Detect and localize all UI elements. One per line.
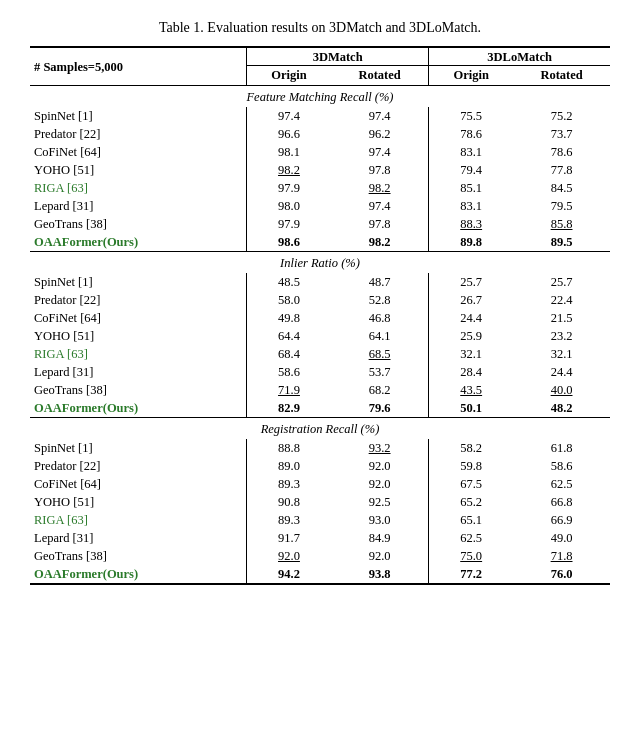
method-name: SpinNet [1]	[30, 273, 247, 291]
3dloMatch-rotated-value: 89.5	[513, 233, 610, 252]
table-row: SpinNet [1]97.497.475.575.2	[30, 107, 610, 125]
3dloMatch-origin-value: 24.4	[429, 309, 513, 327]
results-table: # Samples=5,000 3DMatch 3DLoMatch Origin…	[30, 46, 610, 585]
3dloMatch-rotated-value: 78.6	[513, 143, 610, 161]
3dloMatch-origin-value: 28.4	[429, 363, 513, 381]
3dloMatch-rotated-value: 22.4	[513, 291, 610, 309]
3dloMatch-rotated-value: 73.7	[513, 125, 610, 143]
3dloMatch-rotated-value: 32.1	[513, 345, 610, 363]
table-row: GeoTrans [38]92.092.075.071.8	[30, 547, 610, 565]
method-name: Lepard [31]	[30, 529, 247, 547]
3dmatch-rotated-value: 98.2	[331, 233, 429, 252]
3dloMatch-rotated-value: 49.0	[513, 529, 610, 547]
3dmatch-rotated-value: 93.0	[331, 511, 429, 529]
section-header-cell: Registration Recall (%)	[30, 418, 610, 440]
table-row: CoFiNet [64]49.846.824.421.5	[30, 309, 610, 327]
3dmatch-origin-value: 92.0	[247, 547, 331, 565]
method-name: Predator [22]	[30, 291, 247, 309]
3dmatch-rotated-value: 92.5	[331, 493, 429, 511]
3dloMatch-origin-value: 75.0	[429, 547, 513, 565]
method-name: OAAFormer(Ours)	[30, 399, 247, 418]
3dloMatch-origin-value: 26.7	[429, 291, 513, 309]
3dmatch-origin-value: 98.0	[247, 197, 331, 215]
3dmatch-origin-value: 98.1	[247, 143, 331, 161]
3dloMatch-origin-value: 25.9	[429, 327, 513, 345]
3dloMatch-origin-value: 43.5	[429, 381, 513, 399]
method-name: RIGA [63]	[30, 511, 247, 529]
table-row: Predator [22]58.052.826.722.4	[30, 291, 610, 309]
3dmatch-origin-value: 88.8	[247, 439, 331, 457]
3dmatch-rotated-value: 97.4	[331, 143, 429, 161]
method-name: SpinNet [1]	[30, 107, 247, 125]
3dmatch-origin-value: 71.9	[247, 381, 331, 399]
3dmatch-origin-value: 90.8	[247, 493, 331, 511]
3dloMatch-origin-value: 25.7	[429, 273, 513, 291]
method-name: Lepard [31]	[30, 363, 247, 381]
3dloMatch-rotated-value: 23.2	[513, 327, 610, 345]
section-header-row: Registration Recall (%)	[30, 418, 610, 440]
3dloMatch-rotated-value: 24.4	[513, 363, 610, 381]
3dloMatch-rotated-value: 25.7	[513, 273, 610, 291]
table-row: Predator [22]96.696.278.673.7	[30, 125, 610, 143]
method-name: YOHO [51]	[30, 327, 247, 345]
3dloMatch-origin-value: 77.2	[429, 565, 513, 584]
table-row: OAAFormer(Ours)94.293.877.276.0	[30, 565, 610, 584]
3dmatch-origin-value: 98.2	[247, 161, 331, 179]
method-name: Predator [22]	[30, 457, 247, 475]
section-header-row: Inlier Ratio (%)	[30, 252, 610, 274]
3dloMatch-rotated-header: Rotated	[513, 66, 610, 86]
3dloMatch-rotated-value: 77.8	[513, 161, 610, 179]
3dloMatch-origin-value: 75.5	[429, 107, 513, 125]
samples-header: # Samples=5,000	[30, 47, 247, 86]
3dloMatch-origin-value: 62.5	[429, 529, 513, 547]
3dloMatch-origin-value: 65.2	[429, 493, 513, 511]
3dloMatch-origin-value: 65.1	[429, 511, 513, 529]
3dmatch-origin-value: 82.9	[247, 399, 331, 418]
3dmatch-rotated-value: 52.8	[331, 291, 429, 309]
3dmatch-origin-value: 58.0	[247, 291, 331, 309]
3dmatch-rotated-value: 68.2	[331, 381, 429, 399]
3dloMatch-rotated-value: 48.2	[513, 399, 610, 418]
table-row: RIGA [63]97.998.285.184.5	[30, 179, 610, 197]
3dmatch-origin-value: 48.5	[247, 273, 331, 291]
method-name: CoFiNet [64]	[30, 143, 247, 161]
3dmatch-rotated-value: 98.2	[331, 179, 429, 197]
section-header-row: Feature Matching Recall (%)	[30, 86, 610, 108]
3dmatch-rotated-value: 97.4	[331, 197, 429, 215]
3dmatch-rotated-value: 92.0	[331, 457, 429, 475]
3dmatch-rotated-header: Rotated	[331, 66, 429, 86]
table-row: GeoTrans [38]97.997.888.385.8	[30, 215, 610, 233]
3dloMatch-rotated-value: 85.8	[513, 215, 610, 233]
section-header-cell: Inlier Ratio (%)	[30, 252, 610, 274]
3dmatch-rotated-value: 93.2	[331, 439, 429, 457]
3dmatch-origin-value: 97.9	[247, 179, 331, 197]
group-header-row: # Samples=5,000 3DMatch 3DLoMatch	[30, 47, 610, 66]
3dloMatch-rotated-value: 84.5	[513, 179, 610, 197]
3dmatch-header: 3DMatch	[247, 47, 429, 66]
method-name: Lepard [31]	[30, 197, 247, 215]
3dloMatch-rotated-value: 75.2	[513, 107, 610, 125]
3dloMatch-rotated-value: 21.5	[513, 309, 610, 327]
3dmatch-origin-value: 64.4	[247, 327, 331, 345]
method-name: RIGA [63]	[30, 179, 247, 197]
table-row: YOHO [51]90.892.565.266.8	[30, 493, 610, 511]
3dmatch-origin-value: 58.6	[247, 363, 331, 381]
method-name: SpinNet [1]	[30, 439, 247, 457]
3dmatch-rotated-value: 79.6	[331, 399, 429, 418]
3dmatch-origin-value: 68.4	[247, 345, 331, 363]
3dmatch-rotated-value: 97.8	[331, 161, 429, 179]
3dmatch-rotated-value: 97.4	[331, 107, 429, 125]
3dmatch-origin-value: 94.2	[247, 565, 331, 584]
3dmatch-origin-value: 89.3	[247, 475, 331, 493]
table-row: OAAFormer(Ours)98.698.289.889.5	[30, 233, 610, 252]
3dloMatch-rotated-value: 40.0	[513, 381, 610, 399]
3dmatch-rotated-value: 96.2	[331, 125, 429, 143]
3dmatch-origin-value: 49.8	[247, 309, 331, 327]
3dmatch-origin-value: 91.7	[247, 529, 331, 547]
method-name: Predator [22]	[30, 125, 247, 143]
method-name: GeoTrans [38]	[30, 547, 247, 565]
method-name: YOHO [51]	[30, 161, 247, 179]
3dmatch-rotated-value: 68.5	[331, 345, 429, 363]
table-title: Table 1. Evaluation results on 3DMatch a…	[30, 20, 610, 36]
3dloMatch-rotated-value: 76.0	[513, 565, 610, 584]
